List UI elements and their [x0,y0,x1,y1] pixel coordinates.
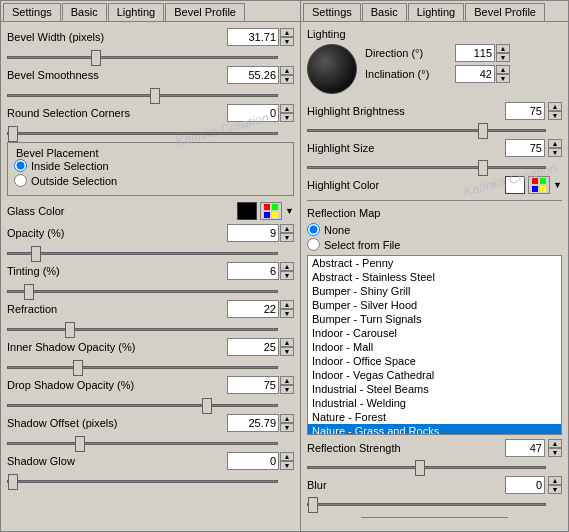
shadow-glow-input[interactable] [227,452,279,470]
opacity-slider[interactable] [7,246,278,260]
highlight-brightness-slider[interactable] [307,123,546,137]
blur-input[interactable] [505,476,545,494]
opacity-input[interactable] [227,224,279,242]
inclination-spinner[interactable]: ▲ ▼ [496,65,510,83]
blur-up[interactable]: ▲ [548,476,562,485]
highlight-brightness-input[interactable] [505,102,545,120]
reflection-map-list[interactable]: Abstract - Penny Abstract - Stainless St… [307,255,562,435]
highlight-size-up[interactable]: ▲ [548,139,562,148]
tinting-slider[interactable] [7,284,278,298]
list-item[interactable]: Industrial - Steel Beams [308,382,561,396]
blur-spinner[interactable]: ▲ ▼ [548,476,562,494]
list-item[interactable]: Indoor - Carousel [308,326,561,340]
inclination-up[interactable]: ▲ [496,65,510,74]
reflection-strength-spinner[interactable]: ▲ ▼ [548,439,562,457]
list-item[interactable]: Bumper - Shiny Grill [308,284,561,298]
tinting-down[interactable]: ▼ [280,271,294,280]
shadow-glow-up[interactable]: ▲ [280,452,294,461]
bevel-smoothness-down[interactable]: ▼ [280,75,294,84]
inclination-down[interactable]: ▼ [496,74,510,83]
inner-shadow-down[interactable]: ▼ [280,347,294,356]
bevel-smoothness-input[interactable] [227,66,279,84]
reflection-strength-up[interactable]: ▲ [548,439,562,448]
shadow-glow-spinner[interactable]: ▲ ▼ [280,452,294,470]
glass-color-grid-btn[interactable] [260,202,282,220]
round-corners-input[interactable] [227,104,279,122]
opacity-down[interactable]: ▼ [280,233,294,242]
tab-lighting-left[interactable]: Lighting [108,3,165,21]
glass-color-swatch[interactable] [237,202,257,220]
round-corners-up[interactable]: ▲ [280,104,294,113]
shadow-offset-down[interactable]: ▼ [280,423,294,432]
blur-slider[interactable] [307,497,546,511]
opacity-up[interactable]: ▲ [280,224,294,233]
highlight-brightness-up[interactable]: ▲ [548,102,562,111]
none-radio[interactable] [307,223,320,236]
tab-basic-left[interactable]: Basic [62,3,107,21]
shadow-glow-down[interactable]: ▼ [280,461,294,470]
inside-selection-radio[interactable] [14,159,27,172]
drop-shadow-input[interactable] [227,376,279,394]
highlight-size-input[interactable] [505,139,545,157]
highlight-color-grid-btn[interactable] [528,176,550,194]
list-item[interactable]: Indoor - Mall [308,340,561,354]
inner-shadow-spinner[interactable]: ▲ ▼ [280,338,294,356]
round-corners-down[interactable]: ▼ [280,113,294,122]
reflection-strength-down[interactable]: ▼ [548,448,562,457]
highlight-brightness-spinner[interactable]: ▲ ▼ [548,102,562,120]
bevel-width-slider[interactable] [7,50,278,64]
tab-basic-right[interactable]: Basic [362,3,407,21]
shadow-glow-slider[interactable] [7,474,278,488]
shadow-offset-spinner[interactable]: ▲ ▼ [280,414,294,432]
inner-shadow-input[interactable] [227,338,279,356]
bevel-smoothness-up[interactable]: ▲ [280,66,294,75]
drop-shadow-down[interactable]: ▼ [280,385,294,394]
refraction-spinner[interactable]: ▲ ▼ [280,300,294,318]
highlight-size-spinner[interactable]: ▲ ▼ [548,139,562,157]
direction-input[interactable] [455,44,495,62]
refraction-slider[interactable] [7,322,278,336]
shadow-offset-slider[interactable] [7,436,278,450]
reflection-strength-input[interactable] [505,439,545,457]
list-item[interactable]: Abstract - Penny [308,256,561,270]
list-item[interactable]: Industrial - Welding [308,396,561,410]
tab-bevel-profile-left[interactable]: Bevel Profile [165,3,245,21]
bevel-width-up[interactable]: ▲ [280,28,294,37]
direction-spinner[interactable]: ▲ ▼ [496,44,510,62]
list-item[interactable]: Abstract - Stainless Steel [308,270,561,284]
list-item[interactable]: Nature - Forest [308,410,561,424]
highlight-brightness-down[interactable]: ▼ [548,111,562,120]
direction-down[interactable]: ▼ [496,53,510,62]
tinting-spinner[interactable]: ▲ ▼ [280,262,294,280]
tinting-input[interactable] [227,262,279,280]
drop-shadow-spinner[interactable]: ▲ ▼ [280,376,294,394]
list-item[interactable]: Bumper - Turn Signals [308,312,561,326]
inner-shadow-up[interactable]: ▲ [280,338,294,347]
tab-settings-right[interactable]: Settings [303,3,361,21]
highlight-size-slider[interactable] [307,160,546,174]
list-item[interactable]: Bumper - Silver Hood [308,298,561,312]
bevel-smoothness-slider[interactable] [7,88,278,102]
direction-up[interactable]: ▲ [496,44,510,53]
highlight-size-down[interactable]: ▼ [548,148,562,157]
tab-bevel-profile-right[interactable]: Bevel Profile [465,3,545,21]
drop-shadow-up[interactable]: ▲ [280,376,294,385]
round-corners-slider[interactable] [7,126,278,140]
refraction-down[interactable]: ▼ [280,309,294,318]
tab-lighting-right[interactable]: Lighting [408,3,465,21]
shadow-offset-up[interactable]: ▲ [280,414,294,423]
outside-selection-radio[interactable] [14,174,27,187]
inclination-input[interactable] [455,65,495,83]
round-corners-spinner[interactable]: ▲ ▼ [280,104,294,122]
shadow-offset-input[interactable] [227,414,279,432]
tinting-up[interactable]: ▲ [280,262,294,271]
tab-settings-left[interactable]: Settings [3,3,61,21]
refraction-input[interactable] [227,300,279,318]
opacity-spinner[interactable]: ▲ ▼ [280,224,294,242]
highlight-color-swatch[interactable] [505,176,525,194]
manage-reflection-maps-button[interactable]: Manage Reflection Maps [361,517,509,518]
inner-shadow-slider[interactable] [7,360,278,374]
drop-shadow-slider[interactable] [7,398,278,412]
refraction-up[interactable]: ▲ [280,300,294,309]
bevel-width-down[interactable]: ▼ [280,37,294,46]
